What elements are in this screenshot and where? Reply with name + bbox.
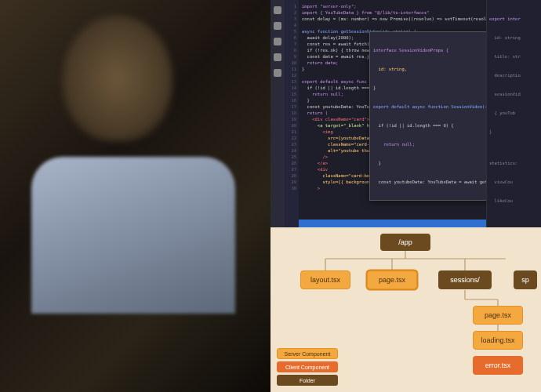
node-label: page.tsx: [485, 311, 511, 319]
popup-line: }: [373, 85, 376, 90]
side-line: id: string: [489, 34, 539, 41]
code-editor[interactable]: 1234567891011121314151617181920212223242…: [270, 0, 541, 227]
side-line: statistics:: [489, 160, 539, 166]
code-line[interactable]: const delay = (ms: number) => new Promis…: [302, 16, 483, 22]
explorer-icon[interactable]: [274, 6, 281, 14]
code-line[interactable]: [302, 22, 483, 28]
legend-folder: Folder: [277, 375, 338, 386]
popup-line: id: string,: [373, 67, 407, 71]
side-line: descriptio: [489, 72, 539, 78]
side-line: sessionVid: [489, 91, 539, 97]
node-page-root: page.tsx: [367, 270, 417, 289]
node-error: error.tsx: [473, 356, 523, 375]
debug-icon[interactable]: [274, 53, 281, 61]
node-loading: loading.tsx: [473, 331, 523, 350]
node-label: layout.tsx: [310, 276, 340, 284]
legend-server: Server Component: [277, 348, 338, 359]
node-label: page.tsx: [379, 276, 405, 284]
stock-photo-developer: [0, 0, 270, 392]
code-line[interactable]: import { YouTubeData } from "@/lib/ts-in…: [302, 9, 483, 16]
popup-line: const youtubeData: YouTubeData = await g…: [373, 180, 486, 184]
intellisense-popup[interactable]: interface SessionVideoProps { id: string…: [369, 31, 486, 201]
side-line: }: [489, 129, 539, 135]
code-line[interactable]: import "server-only";: [302, 3, 483, 9]
popup-line: interface SessionVideoProps {: [373, 48, 448, 53]
legend-client: Client Component: [277, 361, 338, 372]
folder-app: /app: [380, 234, 430, 251]
side-line: title: str: [489, 53, 539, 60]
node-label: /app: [398, 238, 412, 246]
folder-sessions: sessions/: [438, 270, 492, 289]
search-icon[interactable]: [274, 22, 281, 30]
line-gutter: 1234567891011121314151617181920212223242…: [285, 0, 299, 227]
popup-line: if (!id || id.length === 0) {: [373, 123, 454, 128]
app-router-diagram: /app layout.tsx page.tsx sessions/ sp pa…: [270, 227, 541, 392]
side-line: likeCou: [489, 198, 539, 204]
legend-label: Server Component: [285, 351, 331, 357]
code-area[interactable]: import "server-only";import { YouTubeDat…: [299, 0, 486, 227]
status-bar[interactable]: main UTF-8 TypeScript React: [299, 220, 486, 227]
extensions-icon[interactable]: [274, 69, 281, 77]
node-layout: layout.tsx: [300, 270, 350, 289]
popup-line: }: [373, 161, 381, 165]
side-line: export inter: [489, 16, 539, 22]
legend: Server Component Client Component Folder: [277, 348, 338, 386]
side-line: viewCou: [489, 179, 539, 185]
secondary-editor-pane[interactable]: export inter id: string title: str descr…: [486, 0, 541, 227]
node-label: sessions/: [450, 276, 480, 284]
git-icon[interactable]: [274, 38, 281, 45]
legend-label: Folder: [300, 378, 315, 383]
activity-bar: [270, 0, 285, 227]
right-panel: 1234567891011121314151617181920212223242…: [270, 0, 541, 392]
node-label: loading.tsx: [481, 336, 514, 344]
legend-label: Client Component: [285, 365, 329, 370]
side-line: { youTub: [489, 110, 539, 116]
node-label: sp: [521, 276, 529, 284]
popup-line: export default async function SessionVid…: [373, 104, 486, 109]
popup-line: return null;: [373, 142, 415, 147]
node-page-sessions: page.tsx: [473, 306, 523, 325]
node-label: error.tsx: [485, 361, 511, 369]
folder-sp: sp: [514, 270, 537, 289]
